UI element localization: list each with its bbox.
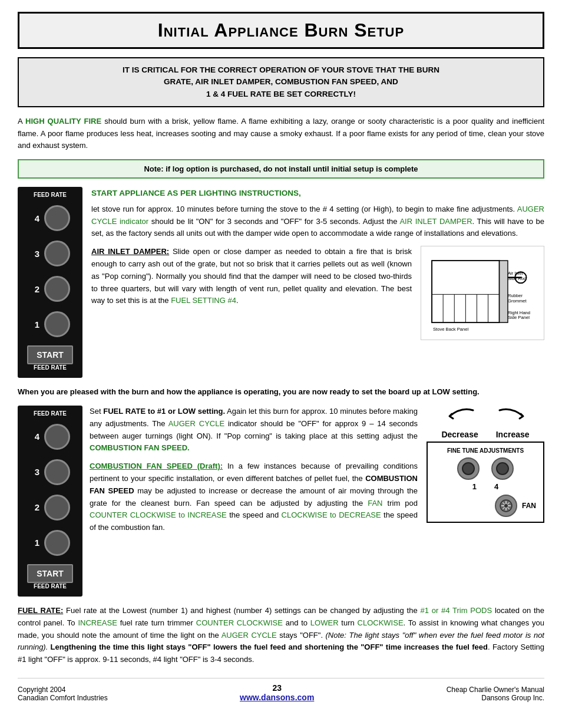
lower-label: LOWER: [310, 618, 339, 627]
publisher-line: Dansons Group Inc.: [447, 694, 544, 702]
critical-box: IT IS CRITICAL FOR THE CORRECT OPERATION…: [18, 57, 544, 107]
knob-num-1: 1: [30, 319, 39, 330]
page-title-box: Initial Appliance Burn Setup: [18, 12, 544, 49]
fuel-rate-heading: FUEL RATE:: [18, 606, 63, 615]
combustion-fan-bold: COMBUSTION FAN SPEED.: [90, 443, 190, 452]
combustion-fan-para: COMBUSTION FAN SPEED (Draft): In a few i…: [90, 460, 418, 534]
second-text-area: Set FUEL RATE to #1 or LOW setting. Agai…: [90, 406, 418, 597]
fan-knob[interactable]: [495, 495, 517, 517]
feed-knob-b3[interactable]: [44, 459, 70, 485]
increase-label2: INCREASE: [78, 618, 117, 627]
air-inlet-damper-label: AIR INLET DAMPER: [399, 217, 472, 226]
feed-knob-3[interactable]: [44, 241, 70, 266]
trim-pods-label: #1 or #4 Trim PODS: [420, 606, 492, 615]
svg-rect-9: [500, 261, 508, 322]
knob-row-b2: 2: [30, 492, 70, 523]
second-section: FEED RATE 4 3 2 1 START FEED RATE: [18, 406, 544, 597]
footer-left: Copyright 2004 Canadian Comfort Industri…: [18, 686, 108, 702]
auger-cycle-label: AUGER CYCLE indicator: [91, 205, 544, 226]
stove-diagram-area: Air Inlet Side Rod Rubber Grommet Right …: [421, 246, 544, 340]
fuel-rate-full-section: FUEL RATE: Fuel rate at the Lowest (numb…: [18, 605, 544, 666]
feed-knob-b2[interactable]: [44, 495, 70, 521]
ready-statement: When you are pleased with the burn and h…: [18, 386, 544, 398]
intro-paragraph: A HIGH QUALITY FIRE should burn with a b…: [18, 116, 544, 152]
website-link[interactable]: www.dansons.com: [240, 693, 314, 702]
footer-right: Cheap Charlie Owner's Manual Dansons Gro…: [447, 686, 544, 702]
decrease-arrow-icon: [444, 406, 476, 428]
knob-row-4: 4: [30, 202, 70, 234]
start-button-top[interactable]: START: [27, 345, 73, 364]
fuel-setting-label: FUEL SETTING #4: [171, 296, 236, 305]
fuel-rate-bold: FUEL RATE to #1 or LOW setting.: [103, 407, 225, 416]
decrease-label: Decrease: [441, 430, 478, 439]
knob-num-b2: 2: [30, 502, 39, 512]
increase-arrow-area: Increase: [496, 406, 530, 439]
knob-num-b4: 4: [30, 431, 39, 442]
svg-text:Stove Back Panel: Stove Back Panel: [433, 327, 468, 332]
footer-center: 23 www.dansons.com: [240, 683, 314, 702]
feed-knob-2[interactable]: [44, 276, 70, 302]
right-text-area: START APPLIANCE AS PER LIGHTING INSTRUCT…: [91, 187, 544, 378]
arrows-fine-tune-box: Decrease Increase FINE TUNE ADJUSTMENTS: [427, 406, 544, 523]
feed-knob-4[interactable]: [44, 205, 70, 231]
bold-lengthening: Lengthening the time this light stays "O…: [51, 643, 488, 651]
stove-diagram: Air Inlet Side Rod Rubber Grommet Right …: [421, 246, 544, 340]
combustion-fan-bold2: COMBUSTION FAN SPEED: [90, 474, 418, 495]
knob-row-2: 2: [30, 273, 70, 305]
fine-knob-4[interactable]: [491, 457, 514, 480]
feed-knob-1[interactable]: [44, 311, 70, 337]
knob-row-b4: 4: [30, 421, 70, 453]
page-number: 23: [240, 683, 314, 693]
note-text: Note: if log option is purchased, do not…: [144, 164, 418, 173]
feed-rate-label-bottom: FEED RATE: [34, 410, 67, 417]
company-line: Canadian Comfort Industries: [18, 694, 108, 702]
increase-label: Increase: [496, 430, 530, 439]
main-content-section: FEED RATE 4 3 2 1 START FEED RATE START …: [18, 187, 544, 378]
start-heading-text: START APPLIANCE AS PER LIGHTING INSTRUCT…: [91, 189, 301, 197]
feed-knob-b1[interactable]: [44, 530, 70, 556]
svg-point-22: [504, 504, 508, 508]
combustion-fan-heading: COMBUSTION FAN SPEED (Draft):: [90, 462, 223, 470]
copyright-line: Copyright 2004: [18, 686, 108, 694]
website-anchor[interactable]: www.dansons.com: [240, 693, 314, 702]
knob-num-b1: 1: [30, 538, 39, 548]
increase-arrow-icon: [497, 406, 529, 428]
auger-cycle-label3: AUGER CYCLE: [222, 631, 277, 640]
knob-row-3: 3: [30, 238, 70, 269]
fuel-rate-para: Set FUEL RATE to #1 or LOW setting. Agai…: [90, 406, 418, 454]
fine-knob-1[interactable]: [457, 457, 480, 480]
fine-knob-1-inner: [462, 462, 475, 475]
fine-knob-4-inner: [496, 462, 509, 475]
decrease-arrow-area: Decrease: [441, 406, 478, 439]
counter-cw-label: COUNTER CLOCKWISE to INCREASE: [90, 510, 227, 519]
note-box: Note: if log option is purchased, do not…: [18, 159, 544, 179]
counter-cw-label2: COUNTER CLOCKWISE: [196, 618, 283, 627]
manual-title: Cheap Charlie Owner's Manual: [447, 686, 544, 694]
fan-knob-row: FAN: [432, 495, 538, 517]
cw-label2: CLOCKWISE: [358, 618, 404, 627]
knob-num-b3: 3: [30, 467, 39, 477]
svg-text:Side Rod: Side Rod: [508, 276, 526, 281]
high-quality-fire-label: HIGH QUALITY FIRE: [25, 117, 101, 126]
knob-row-1: 1: [30, 308, 70, 340]
auger-cycle-label2: AUGER CYCLE: [168, 419, 224, 428]
air-inlet-heading: AIR INLET DAMPER:: [91, 247, 169, 256]
fan-trim-label: FAN: [368, 499, 382, 508]
cw-label: CLOCKWISE to DECREASE: [282, 510, 381, 519]
knob-row-b1: 1: [30, 527, 70, 559]
fine-knob-label-4: 4: [494, 482, 498, 491]
feed-rate-label-top: FEED RATE: [34, 192, 67, 198]
start-button-bottom[interactable]: START: [27, 564, 73, 583]
ready-text: When you are pleased with the burn and h…: [18, 387, 480, 396]
fine-tune-title: FINE TUNE ADJUSTMENTS: [432, 447, 538, 454]
start-section-text: let stove run for approx. 10 minutes bef…: [91, 203, 544, 240]
air-inlet-text: AIR INLET DAMPER: Slide open or close da…: [91, 246, 412, 307]
feed-panel-top: FEED RATE 4 3 2 1 START FEED RATE: [18, 187, 82, 378]
diagram-area: AIR INLET DAMPER: Slide open or close da…: [91, 246, 544, 340]
knob-num-3: 3: [30, 249, 39, 259]
feed-knob-b4[interactable]: [44, 424, 70, 450]
knob-num-2: 2: [30, 284, 39, 294]
fine-tune-knobs: [432, 457, 538, 480]
start-section-heading: START APPLIANCE AS PER LIGHTING INSTRUCT…: [91, 187, 544, 200]
fan-icon: [499, 499, 513, 513]
